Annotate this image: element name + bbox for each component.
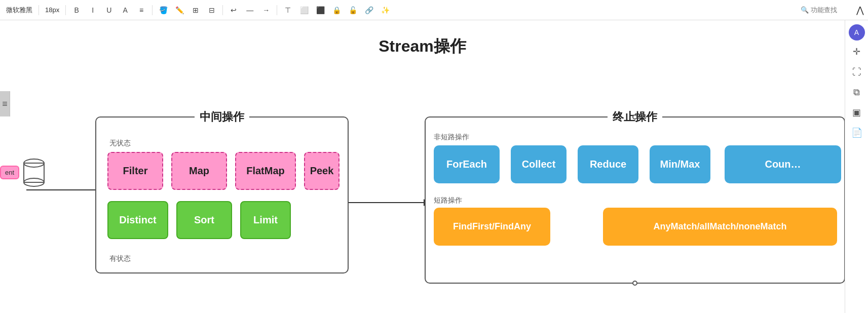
frame-icon[interactable]: ▣ <box>848 103 866 122</box>
arrow-2 <box>349 199 430 206</box>
line-button[interactable]: — <box>243 4 256 17</box>
link-button[interactable]: 🔗 <box>362 4 375 17</box>
underline-button[interactable]: U <box>102 4 116 17</box>
magic-button[interactable]: ✨ <box>379 4 392 17</box>
align-top-button[interactable]: ⊤ <box>281 4 294 17</box>
fill-color-button[interactable]: 🪣 <box>157 4 170 17</box>
mid-box-title: 中间操作 <box>195 109 249 125</box>
stateful-label: 有状态 <box>109 254 131 263</box>
stroke-color-button[interactable]: ✏️ <box>173 4 186 17</box>
count-op[interactable]: Coun… <box>725 145 841 183</box>
italic-button[interactable]: I <box>86 4 99 17</box>
left-panel-toggle[interactable]: ≡ <box>0 91 10 116</box>
undo-button[interactable]: ↩ <box>227 4 240 17</box>
crosshair-icon[interactable]: ✛ <box>848 43 866 61</box>
selection-handle-top[interactable] <box>632 114 637 120</box>
minmax-op[interactable]: Min/Max <box>650 145 710 183</box>
mid-box: 中间操作 无状态 Filter Map FlatMap Peek 有状态 Dis… <box>95 116 349 273</box>
align-left-button[interactable]: ≡ <box>135 4 148 17</box>
bold-button[interactable]: B <box>70 4 83 17</box>
limit-op[interactable]: Limit <box>240 201 291 239</box>
page-title: Stream操作 <box>379 35 466 58</box>
stateless-label: 无状态 <box>109 139 131 148</box>
sep4 <box>222 5 223 15</box>
collect-op[interactable]: Collect <box>511 145 567 183</box>
arrow-1 <box>26 186 101 193</box>
unlock-button[interactable]: 🔓 <box>346 4 359 17</box>
zoom-fit-icon[interactable]: ⛶ <box>848 63 866 81</box>
short-label: 短路操作 <box>434 196 462 205</box>
map-op[interactable]: Map <box>171 152 227 190</box>
cylinder-shape <box>21 157 47 187</box>
font-size-selector[interactable]: 18px <box>43 6 61 14</box>
distinct-op[interactable]: Distinct <box>107 201 168 239</box>
copy-icon[interactable]: ⧉ <box>848 83 866 101</box>
sep2 <box>65 5 66 15</box>
distribute-button[interactable]: ⊟ <box>205 4 218 17</box>
reduce-op[interactable]: Reduce <box>578 145 638 183</box>
left-label: ent <box>0 166 19 179</box>
canvas: Stream操作 ent 中间操作 无状态 Filter Map <box>0 20 845 313</box>
left-element: ent <box>0 157 47 187</box>
search-input[interactable] <box>811 6 851 14</box>
font-family-selector[interactable]: 微软雅黑 <box>4 6 34 15</box>
arrow-button[interactable]: → <box>259 4 273 17</box>
lock-button[interactable]: 🔒 <box>330 4 343 17</box>
layer-up-button[interactable]: ⬜ <box>297 4 311 17</box>
search-area: 🔍 <box>801 6 851 14</box>
font-color-button[interactable]: A <box>119 4 132 17</box>
avatar[interactable]: A <box>849 24 865 41</box>
sep3 <box>152 5 153 15</box>
layer-down-button[interactable]: ⬛ <box>314 4 327 17</box>
page-icon[interactable]: 📄 <box>848 124 866 142</box>
collapse-button[interactable]: ⋀ <box>856 5 864 16</box>
non-short-label: 非短路操作 <box>434 133 469 142</box>
align-button[interactable]: ⊞ <box>189 4 202 17</box>
search-icon: 🔍 <box>801 6 809 14</box>
flatmap-op[interactable]: FlatMap <box>235 152 296 190</box>
sort-op[interactable]: Sort <box>176 201 232 239</box>
toolbar: 微软雅黑 18px B I U A ≡ 🪣 ✏️ ⊞ ⊟ ↩ — → ⊤ ⬜ ⬛… <box>0 0 868 20</box>
filter-op[interactable]: Filter <box>107 152 163 190</box>
foreach-op[interactable]: ForEach <box>434 145 500 183</box>
findfirst-op[interactable]: FindFirst/FindAny <box>434 208 550 246</box>
sep5 <box>277 5 277 15</box>
right-box: 终止操作 非短路操作 ForEach Collect Reduce Min/Ma… <box>425 116 845 284</box>
anymatch-op[interactable]: AnyMatch/allMatch/noneMatch <box>603 208 837 246</box>
selection-handle-bottom[interactable] <box>632 281 637 286</box>
sidebar-right: A ✛ ⛶ ⧉ ▣ 📄 <box>845 20 868 313</box>
sep1 <box>39 5 39 15</box>
peek-op[interactable]: Peek <box>304 152 339 190</box>
